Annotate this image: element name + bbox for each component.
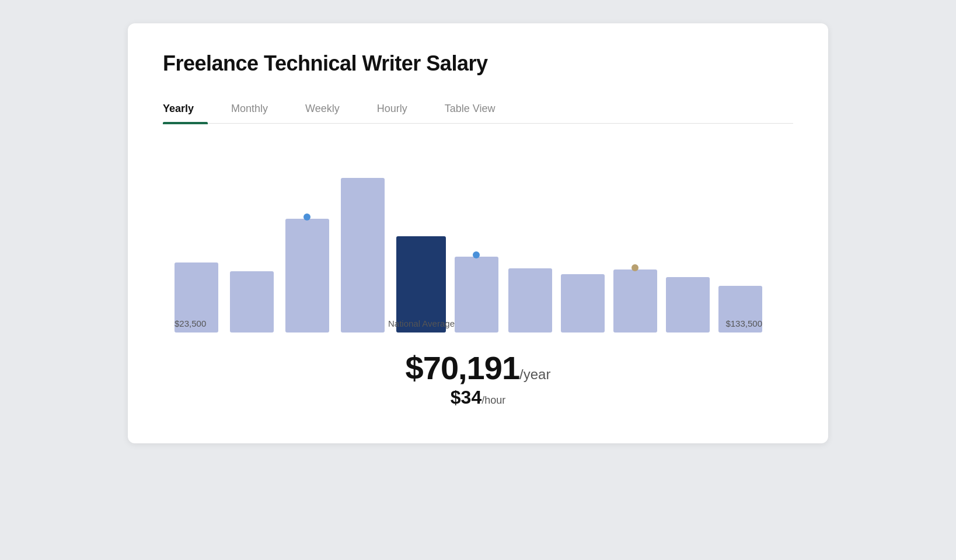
bar-10	[666, 277, 710, 332]
salary-hourly-unit: /hour	[482, 394, 505, 406]
label-left: $23,500	[175, 318, 206, 328]
label-right: $133,500	[725, 318, 762, 328]
bar-3	[285, 219, 329, 332]
bar-2	[230, 271, 274, 332]
salary-hourly-value: $34	[451, 387, 482, 408]
bar-9	[613, 270, 657, 332]
salary-display: $70,191/year $34/hour	[163, 349, 793, 408]
tab-hourly[interactable]: Hourly	[377, 97, 421, 123]
bar-6	[455, 257, 498, 332]
chart-area: $23,500 National Average $133,500	[163, 152, 793, 335]
bar-8	[561, 274, 605, 332]
page-title: Freelance Technical Writer Salary	[163, 51, 793, 76]
tab-monthly[interactable]: Monthly	[231, 97, 282, 123]
dot-9-tan	[631, 264, 639, 271]
dot-6	[473, 251, 480, 258]
salary-main-line: $70,191/year	[163, 349, 793, 387]
bar-7	[508, 268, 552, 332]
tab-yearly[interactable]: Yearly	[163, 97, 208, 123]
salary-main-unit: /year	[519, 366, 550, 382]
bar-chart: $23,500 National Average $133,500	[163, 152, 793, 332]
salary-hourly-line: $34/hour	[163, 387, 793, 408]
salary-main-value: $70,191	[406, 349, 519, 386]
tab-weekly[interactable]: Weekly	[305, 97, 354, 123]
bar-4	[341, 178, 385, 332]
salary-card: Freelance Technical Writer Salary Yearly…	[128, 23, 828, 443]
tab-table-view[interactable]: Table View	[445, 97, 510, 123]
tabs-container: Yearly Monthly Weekly Hourly Table View	[163, 97, 793, 124]
label-center: National Average	[388, 318, 455, 328]
dot-3	[303, 214, 310, 220]
